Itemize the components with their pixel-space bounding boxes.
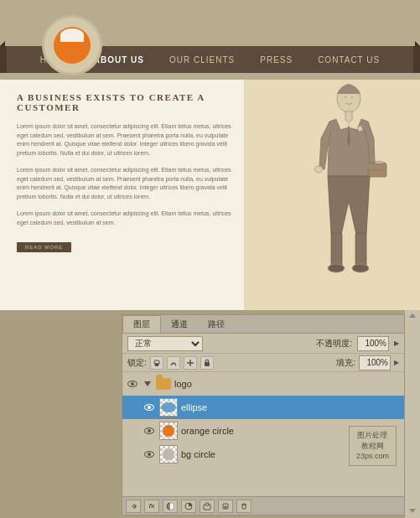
layer-row-ellipse[interactable]: ellipse — [122, 396, 404, 419]
mode-row: 正常 不透明度: ▶ — [122, 334, 404, 354]
lock-row: 锁定: 填充: ▶ — [122, 354, 404, 372]
nav-clients[interactable]: OUR CLIENTS — [169, 55, 235, 65]
adjustment-btn[interactable] — [181, 500, 196, 513]
layer-style-btn[interactable]: fx — [144, 500, 159, 513]
content-left: A BUSINESS EXISTS TO CREATE A CUSTOMER L… — [17, 92, 235, 252]
svg-rect-7 — [331, 233, 342, 267]
tab-layers[interactable]: 图层 — [122, 315, 161, 333]
opacity-arrow[interactable]: ▶ — [394, 339, 399, 347]
read-more-button[interactable]: READ MORE — [17, 242, 71, 252]
lock-icons — [150, 356, 214, 370]
fill-label: 填充: — [336, 357, 355, 369]
scroll-down[interactable] — [409, 509, 416, 513]
opacity-label: 不透明度: — [316, 338, 352, 350]
lock-paint-btn[interactable] — [167, 356, 180, 370]
svg-rect-15 — [205, 362, 210, 366]
thumb-bgcircle — [159, 445, 178, 464]
body-text-1: Lorem ipsum dolor sit amet, consectetur … — [17, 122, 235, 158]
scroll-indicator[interactable] — [405, 310, 420, 518]
website-mockup: HOME ABOUT US OUR CLIENTS PRESS CONTACT … — [0, 0, 420, 310]
eye-bgcircle[interactable] — [143, 448, 156, 461]
svg-point-9 — [328, 264, 345, 272]
page-title: A BUSINESS EXISTS TO CREATE A CUSTOMER — [17, 92, 235, 112]
scroll-up[interactable] — [409, 313, 416, 318]
svg-point-10 — [352, 264, 369, 272]
man-illustration — [294, 75, 403, 285]
thumb-orange — [159, 422, 178, 440]
tab-channels[interactable]: 通道 — [161, 315, 198, 333]
folder-logo — [156, 378, 171, 390]
eye-ellipse[interactable] — [143, 401, 156, 414]
svg-rect-12 — [155, 363, 158, 366]
fill-input[interactable] — [359, 355, 391, 370]
svg-rect-8 — [355, 233, 366, 267]
tab-paths[interactable]: 路径 — [198, 315, 235, 333]
watermark: 图片处理 教程网 23ps.com — [349, 426, 397, 466]
eye-logo[interactable] — [126, 377, 139, 391]
new-layer-btn[interactable] — [218, 500, 233, 513]
eye-orange[interactable] — [143, 424, 156, 438]
link-layers-btn[interactable] — [126, 500, 141, 513]
mask-btn[interactable] — [163, 500, 178, 513]
layer-panel: 图层 通道 路径 正常 不透明度: ▶ 锁定: — [122, 314, 405, 515]
thumb-ellipse — [159, 398, 178, 417]
svg-rect-3 — [345, 111, 352, 120]
fill-arrow[interactable]: ▶ — [394, 359, 399, 366]
lock-transparency-btn[interactable] — [150, 356, 163, 370]
opacity-input[interactable] — [357, 336, 389, 351]
panels-section: ◀ ▶ 图层 通道 路径 正常 不透明度: ▶ 锁定: — [0, 310, 420, 518]
svg-rect-25 — [242, 505, 246, 509]
content-area: A BUSINESS EXISTS TO CREATE A CUSTOMER L… — [0, 80, 420, 310]
body-text-3: Lorem ipsum dolor sit amet, consectetur … — [17, 210, 235, 227]
svg-point-6 — [314, 166, 323, 173]
triangle-logo[interactable] — [143, 379, 153, 389]
svg-rect-21 — [205, 503, 209, 505]
new-group-btn[interactable] — [200, 500, 215, 513]
layer-name-ellipse: ellipse — [181, 402, 401, 412]
logo-white-top — [60, 28, 84, 42]
lock-all-btn[interactable] — [200, 356, 214, 370]
body-text-2: Lorem ipsum dolor sit amet, consectetur … — [17, 166, 235, 201]
delete-layer-btn[interactable] — [236, 500, 251, 513]
layer-row-logo[interactable]: logo — [122, 372, 404, 396]
lock-position-btn[interactable] — [184, 356, 197, 370]
nav-about[interactable]: ABOUT US — [94, 55, 144, 65]
bottom-toolbar: fx — [122, 496, 404, 515]
layer-name-logo: logo — [174, 379, 401, 389]
nav-press[interactable]: PRESS — [260, 55, 293, 65]
nav-contact[interactable]: CONTACT US — [318, 55, 380, 65]
tabs-row: 图层 通道 路径 — [122, 315, 404, 334]
lock-label: 锁定: — [127, 357, 147, 369]
blend-mode-select[interactable]: 正常 — [127, 336, 203, 351]
